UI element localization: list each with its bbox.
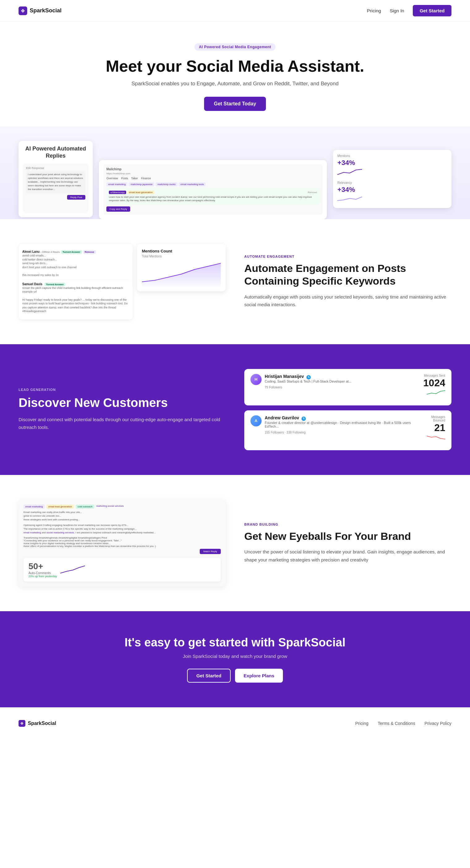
nav-get-started-button[interactable]: Get Started <box>413 5 451 17</box>
footer-pricing-link[interactable]: Pricing <box>355 721 369 726</box>
brand-tag: BRAND BUILDING <box>244 523 451 526</box>
footer-privacy-link[interactable]: Privacy Policy <box>424 721 451 726</box>
lead-card-info-1: Hristijan Manasijev 𝕏 Coding, SaaS Start… <box>265 374 352 389</box>
relevancy-stat: +34% <box>337 186 447 194</box>
automate-image: Alexei Lanu • Offline 2 HoursTurned Answ… <box>19 244 226 319</box>
logo[interactable]: SparkSocial <box>19 6 62 15</box>
lead-chart-2 <box>427 434 445 441</box>
mentions-stat: +34% <box>337 159 447 167</box>
nav-links: Pricing Sign In Get Started <box>367 5 451 17</box>
lead-gen-text: Discover and connect with potential lead… <box>19 415 226 431</box>
lead-name-2: Andrew Gavrilov 𝕏 <box>265 415 416 421</box>
brand-tags: email marketing email lead generation co… <box>24 505 221 508</box>
brand-content: BRAND BUILDING Get New Eyeballs For Your… <box>244 523 451 564</box>
ai-replies-mockup: Edit Response I understand your point ab… <box>23 163 88 213</box>
mentions-chart-card: Mentions Count Total Mentions <box>137 244 226 319</box>
hero-cta-button[interactable]: Get Started Today <box>204 97 266 111</box>
cta-get-started-button[interactable]: Get Started <box>187 669 231 683</box>
footer: SparkSocial Pricing Terms & Conditions P… <box>0 707 470 739</box>
lead-stat-num-1: 1024 <box>423 377 445 389</box>
lead-chart-1 <box>427 389 445 396</box>
lead-card-header-2: A Andrew Gavrilov 𝕏 Founder & creative d… <box>251 415 445 442</box>
automate-tag: AUTOMATE ENGAGEMENT <box>244 255 451 258</box>
brand-two-col: email marketing email lead generation co… <box>19 500 451 587</box>
twitter-icon-1: 𝕏 <box>306 375 311 379</box>
brand-sample-text: Email marketing can really drive traffic… <box>24 510 221 522</box>
logo-text: SparkSocial <box>30 7 62 14</box>
lead-name-1: Hristijan Manasijev 𝕏 <box>265 374 352 379</box>
engagement-mockup: Alexei Lanu • Offline 2 HoursTurned Answ… <box>19 244 226 319</box>
brand-sample-text-2: Optimizing agent Crafting engaging headl… <box>24 523 221 535</box>
brand-image: email marketing email lead generation co… <box>19 500 226 587</box>
mentions-label: Mentions <box>337 154 447 158</box>
brand-stat-info: 50+ Auto-Comments 20% up from yesterday <box>28 561 57 578</box>
automate-heading: Automate Engagement on Posts Containing … <box>244 262 451 287</box>
brand-section: email marketing email lead generation co… <box>0 475 470 611</box>
brand-reply-btn: Match Reply <box>24 549 221 554</box>
lead-followers-1: 79 Followers <box>265 385 352 389</box>
main-mockup: Mailchimp https://mailchimp.com Overview… <box>103 164 323 215</box>
lead-gen-tag: LEAD GENERATION <box>19 388 226 392</box>
cta-explore-plans-button[interactable]: Explore Plans <box>235 669 283 683</box>
hero-badge: AI Powered Social Media Engagement <box>195 43 275 51</box>
hero-ai-replies-card: AI Powered Automated Replies Edit Respon… <box>19 141 93 217</box>
hero-section: AI Powered Social Media Engagement Meet … <box>0 22 470 126</box>
footer-links: Pricing Terms & Conditions Privacy Polic… <box>355 721 451 726</box>
avatar-hristijan: H <box>251 374 262 385</box>
cta-section: It's easy to get started with SparkSocia… <box>0 611 470 707</box>
lead-stat-label-1: Messages Sent <box>423 374 445 377</box>
brand-stat-label: Auto-Comments <box>28 571 57 575</box>
svg-marker-1 <box>142 263 221 286</box>
mentions-count-card: Mentions Count Total Mentions <box>137 244 226 291</box>
lead-desc-2: Founder & creative director at @undercat… <box>265 421 416 428</box>
lead-gen-cards: H Hristijan Manasijev 𝕏 Coding, SaaS Sta… <box>244 369 451 450</box>
hero-left-label: AI Powered Automated Replies <box>23 145 88 160</box>
navbar: SparkSocial Pricing Sign In Get Started <box>0 0 470 22</box>
nav-signin[interactable]: Sign In <box>390 8 404 13</box>
brand-stat-num: 50+ <box>28 561 57 571</box>
lead-stat-num-2: 21 <box>420 422 445 434</box>
twitter-icon-2: 𝕏 <box>301 416 306 421</box>
nav-pricing[interactable]: Pricing <box>367 8 381 13</box>
mentions-chart-svg <box>142 262 221 286</box>
relevancy-chart <box>337 194 362 203</box>
brand-footer-text: Transforming #marketingtrends #marketing… <box>24 536 221 548</box>
logo-icon <box>19 6 27 15</box>
brand-chart <box>60 564 85 575</box>
lead-gen-section: LEAD GENERATION Discover New Customers D… <box>0 344 470 475</box>
lead-card-andrew: A Andrew Gavrilov 𝕏 Founder & creative d… <box>244 410 451 450</box>
footer-terms-link[interactable]: Terms & Conditions <box>378 721 415 726</box>
automate-text: Automatically engage with posts using yo… <box>244 293 451 309</box>
hero-main-card: Mailchimp https://mailchimp.com Overview… <box>99 160 327 219</box>
automate-two-col: Alexei Lanu • Offline 2 HoursTurned Answ… <box>19 244 451 319</box>
lead-gen-two-col: LEAD GENERATION Discover New Customers D… <box>19 369 451 450</box>
mentions-count-sub: Total Mentions <box>142 255 221 258</box>
brand-mockup: email marketing email lead generation co… <box>19 500 226 587</box>
automate-section: Alexei Lanu • Offline 2 HoursTurned Answ… <box>0 219 470 344</box>
cta-subtitle: Join SparkSocial today and watch your br… <box>19 654 451 659</box>
hero-title: Meet your Social Media Assistant. <box>12 58 458 75</box>
footer-logo: SparkSocial <box>19 720 56 727</box>
cta-title: It's easy to get started with SparkSocia… <box>19 636 451 649</box>
brand-heading: Get New Eyeballs For Your Brand <box>244 530 451 542</box>
brand-text: Uncover the power of social listening to… <box>244 548 451 564</box>
lead-cards-container: H Hristijan Manasijev 𝕏 Coding, SaaS Sta… <box>244 369 451 450</box>
hero-subtitle: SparkSocial enables you to Engage, Autom… <box>12 81 458 87</box>
avatar-andrew: A <box>251 415 262 427</box>
lead-card-hristijan: H Hristijan Manasijev 𝕏 Coding, SaaS Sta… <box>244 369 451 405</box>
conv-item-1: Alexei Lanu • Offline 2 HoursTurned Answ… <box>22 248 129 280</box>
lead-gen-heading: Discover New Customers <box>19 395 226 410</box>
conversation-list: Alexei Lanu • Offline 2 HoursTurned Answ… <box>19 244 133 319</box>
cta-buttons: Get Started Explore Plans <box>19 669 451 683</box>
hero-stats-card: Mentions +34% Relevancy +34% <box>333 150 451 208</box>
chart-area <box>142 262 221 286</box>
hero-visual: AI Powered Automated Replies Edit Respon… <box>0 126 470 219</box>
lead-followers-2: 155 Followers · 338 Following <box>265 431 416 434</box>
mentions-chart <box>337 167 362 176</box>
lead-card-header-1: H Hristijan Manasijev 𝕏 Coding, SaaS Sta… <box>251 374 445 397</box>
lead-card-info-2: Andrew Gavrilov 𝕏 Founder & creative dir… <box>265 415 416 434</box>
automate-content: AUTOMATE ENGAGEMENT Automate Engagement … <box>244 255 451 309</box>
lead-stat-block-2: Messages Bounced 21 <box>420 415 445 442</box>
brand-stat-card: 50+ Auto-Comments 20% up from yesterday <box>24 558 221 582</box>
lead-stat-block-1: Messages Sent 1024 <box>423 374 445 397</box>
